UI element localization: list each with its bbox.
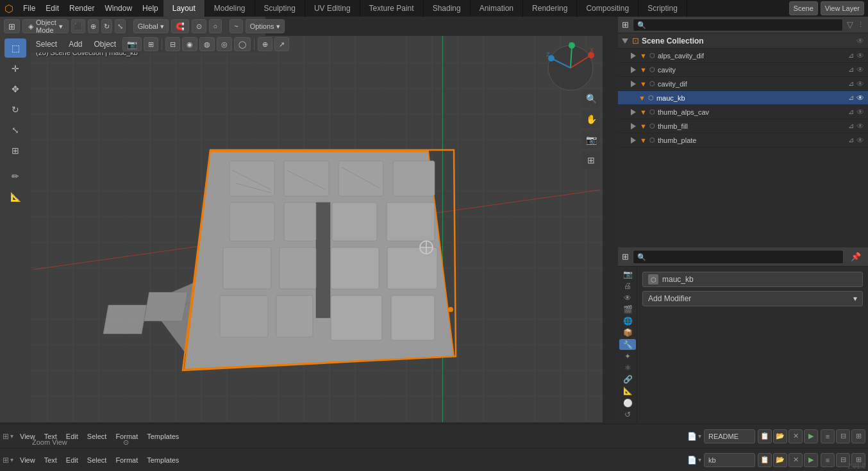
outliner-row-alps-cavity-dif[interactable]: ▼ ⬡ alps_cavity_dif ⊿ 👁 xyxy=(618,49,868,63)
scale-tool[interactable]: ⤡ xyxy=(4,120,26,140)
menu-help[interactable]: Help xyxy=(137,0,163,17)
prop-object-name-row[interactable]: ⬡ mauc_kb xyxy=(642,272,863,287)
move-tool[interactable]: ✥ xyxy=(4,79,26,99)
camera-btn[interactable]: 📷 xyxy=(582,131,600,149)
row-eye-thumb-fill[interactable]: 👁 xyxy=(856,122,864,131)
add-modifier-btn[interactable]: Add Modifier ▾ xyxy=(642,291,863,306)
menu-file[interactable]: File xyxy=(18,0,40,17)
menu-window[interactable]: Window xyxy=(99,0,137,17)
bottom-ed2-format[interactable]: Format xyxy=(112,453,142,467)
viewport-menu-add[interactable]: Add xyxy=(63,37,87,51)
scene-collection-row[interactable]: ⊡ Scene Collection 👁 xyxy=(618,33,868,49)
outliner-row-cavity[interactable]: ▼ ⬡ cavity ⊿ 👁 xyxy=(618,63,868,77)
row-eye-thumb-alps[interactable]: 👁 xyxy=(856,108,864,117)
props-material-btn[interactable]: ⚪ xyxy=(619,398,636,408)
transform-btn-1[interactable]: ⬛ xyxy=(71,19,85,33)
transform-btn-4[interactable]: ⤡ xyxy=(115,19,126,33)
workspace-tab-modeling[interactable]: Modeling xyxy=(205,0,255,17)
display-mode-2[interactable]: ◉ xyxy=(182,37,197,51)
scene-collection-eye[interactable]: 👁 xyxy=(856,37,864,45)
row-eye-cavity-dif[interactable]: 👁 xyxy=(856,79,864,88)
zoom-in-btn[interactable]: 🔍 xyxy=(582,90,600,108)
transform-btn-3[interactable]: ↻ xyxy=(101,19,112,33)
props-modifier-btn[interactable]: 🔧 xyxy=(619,339,636,349)
props-refresh-btn[interactable]: ↺ xyxy=(619,409,636,420)
menu-edit[interactable]: Edit xyxy=(40,0,64,17)
workspace-tab-animation[interactable]: Animation xyxy=(471,0,523,17)
workspace-tab-sculpting[interactable]: Sculpting xyxy=(255,0,305,17)
props-physics-btn[interactable]: ⚛ xyxy=(619,363,636,373)
workspace-tab-layout[interactable]: Layout xyxy=(163,0,205,17)
props-object-btn[interactable]: 📦 xyxy=(619,327,636,338)
properties-search-input[interactable] xyxy=(633,250,844,264)
bottom-ed1-run-btn[interactable]: ▶ xyxy=(804,429,818,443)
outliner-search-input[interactable] xyxy=(633,19,843,31)
overlay-btn[interactable]: ⊕ xyxy=(258,37,272,51)
select-tool[interactable]: ⬚ xyxy=(4,38,26,58)
bottom-ed1-fmt2[interactable]: ⊟ xyxy=(836,429,850,443)
bottom-ed1-new-btn[interactable]: 📋 xyxy=(758,429,772,443)
outliner-filter-icon[interactable]: ▽ xyxy=(847,20,853,29)
gizmo-btn[interactable]: ↗ xyxy=(274,37,289,51)
bottom-ed2-text[interactable]: Text xyxy=(40,453,61,467)
viewport-menu-select[interactable]: Select xyxy=(31,37,62,51)
transform-global-dropdown[interactable]: Global ▾ xyxy=(133,19,169,33)
bottom-ed1-fmt1[interactable]: ≡ xyxy=(821,429,835,443)
display-mode-3[interactable]: ◍ xyxy=(199,37,215,51)
outliner-row-mauc-kb[interactable]: ▼ ⬡ mauc_kb ⊿ 👁 xyxy=(618,91,868,105)
prop-edit-btn[interactable]: ⊙ xyxy=(192,19,206,33)
workspace-tab-rendering[interactable]: Rendering xyxy=(523,0,577,17)
bottom-ed1-close-btn[interactable]: ✕ xyxy=(789,429,803,443)
workspace-tab-uv-editing[interactable]: UV Editing xyxy=(305,0,360,17)
bottom-ed1-fmt3[interactable]: ⊞ xyxy=(851,429,865,443)
rotate-tool[interactable]: ↻ xyxy=(4,100,26,119)
transform-btn-2[interactable]: ⊕ xyxy=(88,19,99,33)
bottom-ed2-edit[interactable]: Edit xyxy=(62,453,82,467)
workspace-tab-compositing[interactable]: Compositing xyxy=(577,0,638,17)
vis-btn-1[interactable]: ~ xyxy=(230,19,242,33)
bottom-ed2-view[interactable]: View xyxy=(16,453,39,467)
bottom-ed2-filename[interactable]: kb xyxy=(704,453,755,467)
pan-btn[interactable]: ✋ xyxy=(582,110,600,128)
editor-type-btn[interactable]: ⊞ xyxy=(4,19,20,33)
props-constraints-btn[interactable]: 🔗 xyxy=(619,374,636,384)
outliner-row-thumb-alps-cav[interactable]: ▼ ⬡ thumb_alps_cav ⊿ 👁 xyxy=(618,105,868,119)
proportional-btn[interactable]: ○ xyxy=(209,19,222,33)
cursor-tool[interactable]: ✛ xyxy=(4,59,26,78)
outliner-row-thumb-plate[interactable]: ▼ ⬡ thumb_plate ⊿ 👁 xyxy=(618,133,868,147)
annotate-tool[interactable]: ✏ xyxy=(4,167,26,186)
scene-selector[interactable]: Scene xyxy=(789,1,818,15)
props-view-btn[interactable]: 👁 xyxy=(619,292,636,302)
props-output-btn[interactable]: 🖨 xyxy=(619,281,636,291)
bottom-ed2-run-btn[interactable]: ▶ xyxy=(804,453,818,467)
display-mode-4[interactable]: ◎ xyxy=(217,37,232,51)
display-mode-5[interactable]: ◯ xyxy=(234,37,251,51)
measure-tool[interactable]: 📐 xyxy=(4,187,26,206)
bottom-ed2-close-btn[interactable]: ✕ xyxy=(789,453,803,467)
main-viewport[interactable]: User Perspective (20) Scene Collection |… xyxy=(31,36,603,422)
viewport-obj-btn[interactable]: ⊞ xyxy=(144,37,158,51)
props-data-btn[interactable]: 📐 xyxy=(619,386,636,396)
row-eye-alps[interactable]: 👁 xyxy=(856,51,864,60)
orthographic-btn[interactable]: ⊞ xyxy=(582,151,600,169)
bottom-ed2-templates[interactable]: Templates xyxy=(143,453,183,467)
props-render-btn[interactable]: 📷 xyxy=(619,269,636,279)
bottom-ed2-new-btn[interactable]: 📋 xyxy=(758,453,772,467)
bottom-ed2-fmt1[interactable]: ≡ xyxy=(821,453,835,467)
row-eye-cavity[interactable]: 👁 xyxy=(856,65,864,74)
magnet-btn[interactable]: 🧲 xyxy=(171,19,189,33)
props-pin-btn[interactable]: 📌 xyxy=(847,249,864,265)
workspace-tab-shading[interactable]: Shading xyxy=(424,0,471,17)
bottom-ed1-open-btn[interactable]: 📂 xyxy=(773,429,787,443)
options-btn[interactable]: Options ▾ xyxy=(246,19,285,33)
row-eye-thumb-plate[interactable]: 👁 xyxy=(856,136,864,145)
view-layer-selector[interactable]: View Layer xyxy=(821,1,864,15)
viewport-camera-btn[interactable]: 📷 xyxy=(122,37,142,51)
props-world-btn[interactable]: 🌐 xyxy=(619,316,636,326)
props-scene-btn[interactable]: 🎬 xyxy=(619,304,636,315)
outliner-row-cavity-dif[interactable]: ▼ ⬡ cavity_dif ⊿ 👁 xyxy=(618,77,868,91)
bottom-ed2-select[interactable]: Select xyxy=(83,453,111,467)
viewport-menu-object[interactable]: Object xyxy=(89,37,122,51)
workspace-tab-scripting[interactable]: Scripting xyxy=(638,0,687,17)
outliner-options-icon[interactable]: ⋮ xyxy=(857,21,864,29)
